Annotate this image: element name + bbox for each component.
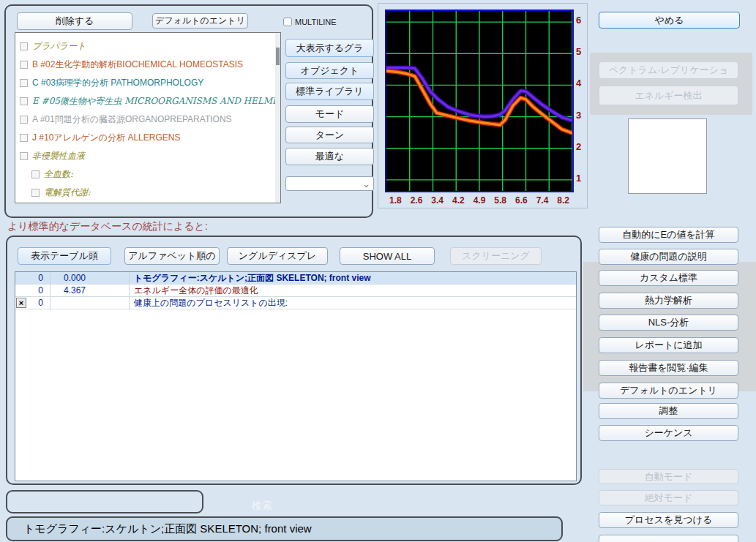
action-button-8[interactable]: デフォルトのエントリ [599, 383, 738, 399]
item-checkbox[interactable] [20, 116, 28, 124]
x-tick-label: 6.6 [511, 195, 532, 206]
x-tick-label: 1.8 [385, 195, 406, 206]
scrollbar-thumb[interactable] [276, 48, 280, 65]
y-tick-label: 4 [576, 78, 588, 89]
action-button-3[interactable]: カスタム標準 [599, 270, 738, 286]
list-item-label: J #10アレルゲンの分析 ALLERGENS [32, 132, 180, 144]
tool-button-6[interactable]: 最適な [285, 148, 374, 165]
status-bar: トモグラフィー:スケルトン;正面図 SKELETON; front view [6, 516, 563, 541]
list-item[interactable]: プラパラート [20, 37, 280, 56]
item-checkbox[interactable] [20, 97, 28, 105]
action-button-5[interactable]: NLS-分析 [599, 315, 738, 331]
library-combobox[interactable]: ⌄ [285, 176, 374, 191]
list-item-label: C #03病理学的分析 PATHOMORPHOLOGY [32, 77, 203, 89]
y-tick-label: 5 [576, 46, 588, 57]
list-item-label: プラパラート [32, 40, 86, 53]
action-button-9[interactable]: 調整 [599, 403, 738, 419]
list-item[interactable]: J #10アレルゲンの分析 ALLERGENS [20, 129, 280, 147]
action-button-1[interactable]: 自動的にEの値を計算 [599, 227, 738, 243]
spectrum-curves [386, 11, 572, 191]
list-item[interactable]: 非侵襲性血液 [20, 147, 280, 165]
cell-description: エネルギー全体の評価の最適化 [130, 285, 576, 297]
cell-count: 0 [15, 285, 50, 296]
item-checkbox[interactable] [20, 79, 28, 87]
cell-description: トモグラフィー:スケルトン;正面図 SKELETON; front view [130, 272, 576, 285]
x-tick-label: 4.9 [469, 195, 490, 206]
item-checkbox[interactable] [20, 42, 28, 50]
list-item[interactable]: E #05微生物や寄生虫 MICROORGANISMS AND HELMINTH… [20, 92, 280, 110]
remove-x-button[interactable]: × [16, 298, 26, 308]
tool-button-3[interactable]: 標準ライブラリ [285, 83, 374, 100]
tab-1[interactable]: 表示テーブル頭 [18, 247, 111, 265]
cell-value: 0.000 [50, 272, 130, 284]
results-table[interactable]: 00.000トモグラフィー:スケルトン;正面図 SKELETON; front … [15, 271, 577, 481]
cell-value [50, 297, 130, 309]
action-button-4[interactable]: 熱力学解析 [599, 293, 738, 309]
list-item[interactable]: B #02生化学動的解析BIOCHEMICAL HOMEOSTASIS [20, 56, 280, 74]
item-checkbox[interactable] [31, 189, 40, 197]
list-item[interactable]: 全血数: [20, 165, 280, 184]
x-tick-label: 7.4 [532, 195, 553, 206]
cell-value: 4.367 [50, 285, 130, 296]
search-input[interactable] [6, 490, 203, 513]
x-axis-labels: 1.82.63.44.24.95.86.67.48.2 [385, 195, 574, 206]
list-item[interactable]: 電解質代謝: [20, 184, 280, 202]
list-item[interactable]: A #01問題分析の臓器源ORGANOPREPARATIONS [20, 110, 280, 129]
action-button-10[interactable]: シーケンス [599, 425, 738, 441]
multiline-label: MULTILINE [295, 18, 337, 26]
x-tick-label: 5.8 [490, 195, 511, 206]
list-item-label: A #01問題分析の臓器源ORGANOPREPARATIONS [32, 113, 232, 126]
x-tick-label: 3.4 [427, 195, 448, 206]
energy-detect-button[interactable]: エネルギー検出 [599, 86, 738, 105]
item-checkbox[interactable] [20, 61, 28, 69]
entries-listbox[interactable]: プラパラートB #02生化学動的解析BIOCHEMICAL HOMEOSTASI… [15, 32, 281, 203]
action-button-6[interactable]: レポートに追加 [599, 337, 738, 353]
spectrum-chart-panel: 654321 1.82.63.44.24.95.86.67.48.2 [378, 3, 588, 208]
default-entry-button[interactable]: デフォルトのエントリ [152, 13, 248, 29]
spectrum-plot [385, 10, 574, 192]
table-row[interactable]: 00.000トモグラフィー:スケルトン;正面図 SKELETON; front … [15, 272, 576, 285]
tab-2[interactable]: アルファベット順の [124, 247, 220, 265]
preview-box [628, 118, 707, 194]
list-item-label: E #05微生物や寄生虫 MICROORGANISMS AND HELMINTH… [32, 95, 281, 108]
x-tick-label: 2.6 [406, 195, 427, 206]
list-item-label: 非侵襲性血液 [32, 150, 85, 162]
item-checkbox[interactable] [31, 170, 40, 178]
list-item[interactable]: C #03病理学的分析 PATHOMORPHOLOGY [20, 74, 280, 92]
item-checkbox[interactable] [20, 152, 28, 160]
cell-description: 健康上の問題のプロセスリストの出現: [130, 297, 576, 309]
y-tick-label: 6 [576, 15, 588, 26]
y-tick-label: 2 [576, 141, 588, 152]
list-item-label: 全血数: [44, 168, 73, 181]
x-tick-label: 8.2 [553, 195, 574, 206]
action-button-7[interactable]: 報告書を閲覧·編集 [599, 360, 738, 376]
entries-scrollbar[interactable] [275, 33, 280, 203]
tool-button-2[interactable]: オブジェクト [285, 62, 374, 79]
table-row[interactable]: 04.367エネルギー全体の評価の最適化 [15, 285, 576, 297]
table-row[interactable]: ×0健康上の問題のプロセスリストの出現: [15, 297, 576, 309]
tab-4[interactable]: SHOW ALL [340, 247, 435, 265]
mode-button-1[interactable]: 自動モード [599, 469, 738, 484]
search-label: 検索 [252, 500, 272, 513]
tool-button-5[interactable]: ターン [285, 127, 374, 143]
multiline-checkbox-box[interactable] [283, 18, 292, 26]
spectrum-replication-button[interactable]: ペクトラム·レプリケーショ [599, 61, 738, 79]
mode-button-2[interactable]: 絶対モード [599, 490, 738, 505]
multiline-checkbox[interactable]: MULTILINE [283, 18, 337, 26]
item-checkbox[interactable] [20, 134, 28, 142]
quit-button[interactable]: やめる [599, 12, 740, 29]
tab-5[interactable]: スクリーニング [450, 247, 542, 265]
main-window: { "entries_panel": { "delete_button": "削… [0, 0, 756, 542]
tool-button-1[interactable]: 大表示するグラ [285, 39, 374, 57]
find-process-button[interactable]: プロセスを見つける [599, 512, 738, 528]
delete-button[interactable]: 削除する [17, 12, 132, 30]
stats-label: より標準的なデータベースの統計によると: [7, 220, 208, 233]
tab-3[interactable]: ングルディスプレ [227, 247, 328, 265]
tool-button-4[interactable]: モード [285, 105, 374, 123]
list-item-label: 電解質代謝: [44, 187, 91, 199]
cell-count: 0 [15, 272, 50, 284]
partial-bottom-button[interactable] [599, 535, 738, 542]
action-button-2[interactable]: 健康の問題の説明 [599, 249, 738, 265]
y-tick-label: 3 [576, 110, 588, 121]
list-item-label: B #02生化学動的解析BIOCHEMICAL HOMEOSTASIS [32, 59, 243, 71]
